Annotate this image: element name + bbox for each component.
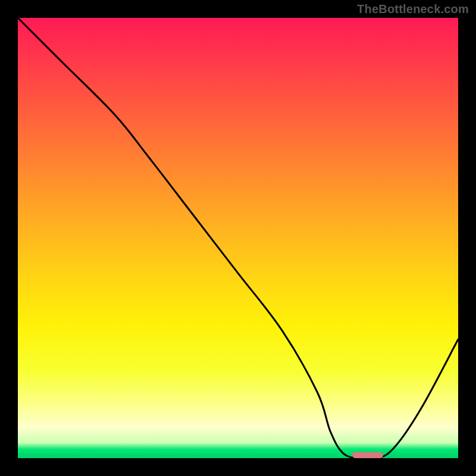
watermark-text: TheBottleneck.com — [357, 2, 469, 16]
bottleneck-curve — [18, 18, 458, 458]
chart-frame: TheBottleneck.com — [0, 0, 476, 476]
plot-area — [18, 18, 458, 458]
curve-path — [18, 18, 458, 458]
optimal-range-marker — [352, 452, 383, 458]
